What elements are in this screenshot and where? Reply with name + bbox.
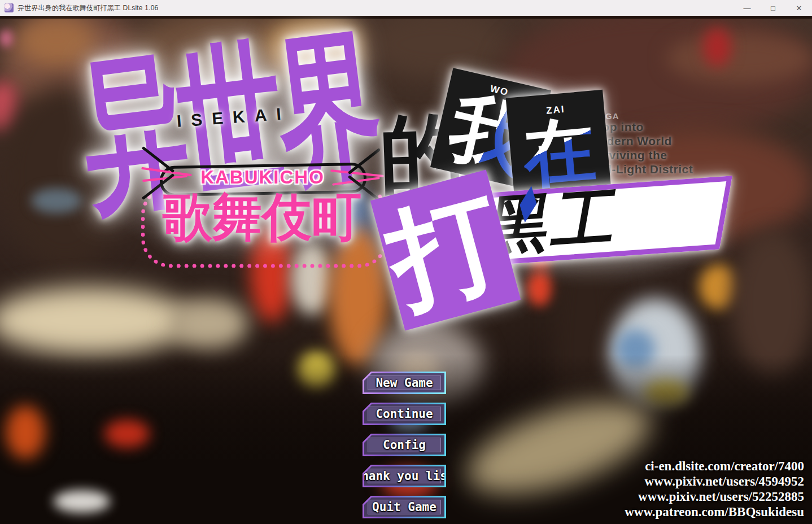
button-fill: New Game	[364, 373, 444, 392]
button-label: New Game	[376, 377, 433, 389]
button-fill: Continue	[364, 404, 444, 423]
new-game-button[interactable]: New Game	[363, 372, 446, 394]
quit-game-button[interactable]: Quit Game	[363, 496, 446, 518]
link-pixiv-2: www.pixiv.net/users/52252885	[625, 489, 804, 504]
bg-blob	[54, 490, 110, 513]
button-inner: New Game	[368, 375, 441, 390]
logo-da-char: 打	[378, 182, 513, 318]
button-fill: Quit Game	[364, 497, 444, 517]
logo-kabukicho-en: KABUKICHO	[169, 167, 356, 187]
button-inner: Quit Game	[368, 500, 441, 514]
title-menu: New Game Continue Config	[363, 372, 446, 518]
window-title: 异世界出身的我在歌舞伎町打黑工 DLsite 1.06	[18, 3, 158, 13]
button-label: Config	[383, 439, 426, 451]
bg-blob	[666, 33, 812, 84]
button-inner: Config	[368, 438, 441, 452]
bg-blob	[6, 405, 45, 459]
button-inner: Continue	[368, 407, 441, 421]
button-label: Quit Game	[372, 501, 436, 513]
button-inner: Thank you list	[368, 469, 441, 483]
bg-blob	[31, 188, 82, 213]
button-label: Thank you list	[355, 470, 455, 482]
titlebar: 异世界出身的我在歌舞伎町打黑工 DLsite 1.06 — □ ✕	[0, 0, 812, 16]
creator-links: ci-en.dlsite.com/creator/7400 www.pixiv.…	[625, 459, 804, 519]
bg-blob	[169, 298, 248, 349]
button-fill: Thank you list	[364, 466, 444, 486]
button-label: Continue	[376, 408, 433, 420]
close-button[interactable]: ✕	[786, 0, 812, 16]
config-button[interactable]: Config	[363, 434, 446, 456]
app-icon	[5, 3, 14, 12]
logo-kabukicho-cn: 歌舞伎町	[163, 189, 361, 246]
maximize-button[interactable]: □	[760, 0, 786, 16]
game-window: 异世界出身的我在歌舞伎町打黑工 DLsite 1.06 — □ ✕	[0, 0, 812, 524]
bg-blob	[703, 27, 731, 67]
title-screen: 异世界 ISEKAI KABUKICHO 歌舞伎町 的 WO 我 ZAI 在	[0, 16, 812, 524]
thank-you-list-button[interactable]: Thank you list	[363, 465, 446, 487]
minimize-button[interactable]: —	[734, 0, 760, 16]
bg-blob	[0, 30, 12, 47]
bg-blob	[0, 287, 192, 355]
link-patreon: www.patreon.com/BBQsukidesu	[625, 504, 804, 519]
bg-blob	[104, 420, 150, 448]
button-fill: Config	[364, 435, 444, 455]
continue-button[interactable]: Continue	[363, 403, 446, 425]
link-dlsite: ci-en.dlsite.com/creator/7400	[625, 459, 804, 474]
logo-zai-char: 在	[520, 113, 599, 191]
link-pixiv-1: www.pixiv.net/users/4594952	[625, 474, 804, 489]
background-sign-text: GA	[605, 112, 619, 120]
